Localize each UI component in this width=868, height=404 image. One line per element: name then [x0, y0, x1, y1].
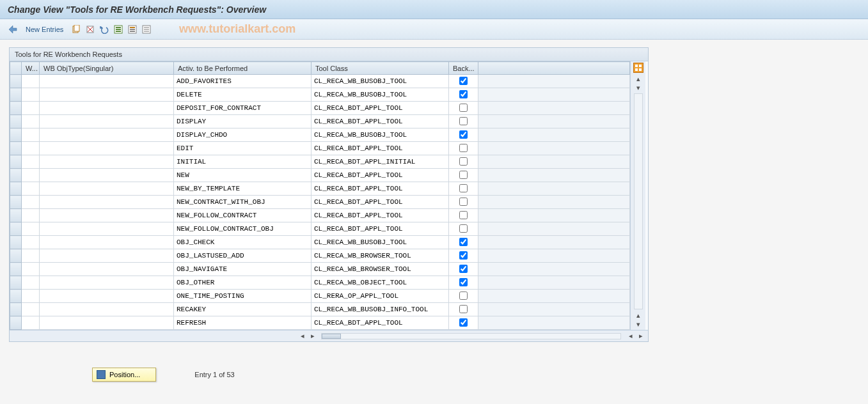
cell-back-checkbox[interactable]	[459, 291, 468, 300]
row-selector[interactable]	[10, 276, 22, 290]
undo-icon[interactable]	[99, 24, 109, 35]
col-header-w[interactable]: W...	[22, 62, 40, 75]
col-header-toolclass[interactable]: Tool Class	[312, 62, 449, 75]
cell-toolclass[interactable]	[312, 196, 448, 208]
cell-toolclass[interactable]	[312, 236, 448, 249]
cell-back-checkbox[interactable]	[459, 211, 468, 219]
col-header-activ[interactable]: Activ. to Be Performed	[174, 62, 312, 75]
cell-back-checkbox[interactable]	[459, 171, 468, 179]
cell-w[interactable]	[22, 303, 39, 316]
row-selector[interactable]	[10, 102, 22, 115]
cell-activity[interactable]	[174, 102, 311, 114]
cell-toolclass[interactable]	[312, 75, 448, 88]
cell-back-checkbox[interactable]	[459, 117, 468, 125]
cell-objtype[interactable]	[40, 263, 173, 276]
cell-w[interactable]	[22, 276, 39, 289]
cell-w[interactable]	[22, 209, 39, 222]
hscroll-left-icon[interactable]: ◂	[298, 332, 307, 341]
cell-toolclass[interactable]	[312, 115, 448, 128]
cell-w[interactable]	[22, 182, 39, 195]
cell-toolclass[interactable]	[312, 155, 448, 168]
cell-activity[interactable]	[174, 303, 311, 316]
cell-w[interactable]	[22, 196, 39, 208]
cell-activity[interactable]	[174, 196, 311, 208]
cell-w[interactable]	[22, 290, 39, 302]
cell-objtype[interactable]	[40, 75, 173, 88]
position-button[interactable]: Position...	[92, 368, 156, 382]
cell-activity[interactable]	[174, 88, 311, 101]
col-header-rowselect[interactable]	[10, 62, 22, 75]
deselect-all-icon[interactable]	[141, 24, 152, 35]
cell-w[interactable]	[22, 222, 39, 235]
col-header-objtype[interactable]: WB ObjType(Singular)	[40, 62, 174, 75]
row-selector[interactable]	[10, 263, 22, 276]
cell-toolclass[interactable]	[312, 102, 448, 114]
hscroll-thumb[interactable]	[322, 334, 341, 339]
cell-w[interactable]	[22, 115, 39, 128]
row-selector[interactable]	[10, 209, 22, 222]
cell-toolclass[interactable]	[312, 249, 448, 262]
cell-toolclass[interactable]	[312, 182, 448, 195]
cell-activity[interactable]	[174, 75, 311, 88]
col-header-back[interactable]: Back...	[449, 62, 478, 75]
scroll-up-icon[interactable]: ▴	[634, 74, 643, 83]
cell-w[interactable]	[22, 128, 39, 141]
row-selector[interactable]	[10, 155, 22, 169]
cell-toolclass[interactable]	[312, 290, 448, 302]
scroll-track[interactable]	[634, 93, 643, 309]
cell-w[interactable]	[22, 88, 39, 101]
scroll-down-icon[interactable]: ▾	[634, 83, 643, 92]
row-selector[interactable]	[10, 303, 22, 316]
row-selector[interactable]	[10, 316, 22, 330]
cell-objtype[interactable]	[40, 222, 173, 235]
cell-back-checkbox[interactable]	[459, 305, 468, 313]
cell-activity[interactable]	[174, 222, 311, 235]
cell-w[interactable]	[22, 75, 39, 88]
cell-activity[interactable]	[174, 249, 311, 262]
hscroll-left2-icon[interactable]: ◂	[626, 332, 635, 341]
row-selector[interactable]	[10, 75, 22, 88]
row-selector[interactable]	[10, 88, 22, 102]
cell-activity[interactable]	[174, 169, 311, 182]
cell-w[interactable]	[22, 316, 39, 329]
cell-activity[interactable]	[174, 316, 311, 329]
cell-activity[interactable]	[174, 115, 311, 128]
row-selector[interactable]	[10, 128, 22, 142]
row-selector[interactable]	[10, 182, 22, 196]
table-settings-icon[interactable]	[633, 63, 643, 73]
cell-w[interactable]	[22, 169, 39, 182]
cell-back-checkbox[interactable]	[459, 90, 468, 98]
cell-objtype[interactable]	[40, 249, 173, 262]
cell-back-checkbox[interactable]	[459, 238, 468, 246]
row-selector[interactable]	[10, 290, 22, 303]
cell-objtype[interactable]	[40, 196, 173, 208]
cell-back-checkbox[interactable]	[459, 77, 468, 85]
scroll-down2-icon[interactable]: ▾	[634, 320, 643, 329]
row-selector[interactable]	[10, 115, 22, 128]
cell-w[interactable]	[22, 263, 39, 276]
cell-activity[interactable]	[174, 209, 311, 222]
cell-activity[interactable]	[174, 128, 311, 141]
row-selector[interactable]	[10, 236, 22, 249]
new-entries-button[interactable]: New Entries	[22, 24, 67, 35]
cell-activity[interactable]	[174, 263, 311, 276]
cell-toolclass[interactable]	[312, 88, 448, 101]
cell-activity[interactable]	[174, 290, 311, 302]
scroll-up2-icon[interactable]: ▴	[634, 311, 643, 320]
cell-w[interactable]	[22, 155, 39, 168]
cell-toolclass[interactable]	[312, 169, 448, 182]
delete-icon[interactable]	[85, 24, 95, 35]
row-selector[interactable]	[10, 169, 22, 182]
cell-toolclass[interactable]	[312, 142, 448, 155]
cell-toolclass[interactable]	[312, 303, 448, 316]
cell-back-checkbox[interactable]	[459, 198, 468, 206]
cell-w[interactable]	[22, 102, 39, 114]
cell-objtype[interactable]	[40, 102, 173, 114]
cell-activity[interactable]	[174, 236, 311, 249]
toggle-icon[interactable]	[8, 24, 18, 35]
cell-objtype[interactable]	[40, 155, 173, 168]
hscroll-right2-icon[interactable]: ▸	[636, 332, 645, 341]
cell-objtype[interactable]	[40, 276, 173, 289]
cell-toolclass[interactable]	[312, 316, 448, 329]
cell-back-checkbox[interactable]	[459, 104, 468, 112]
